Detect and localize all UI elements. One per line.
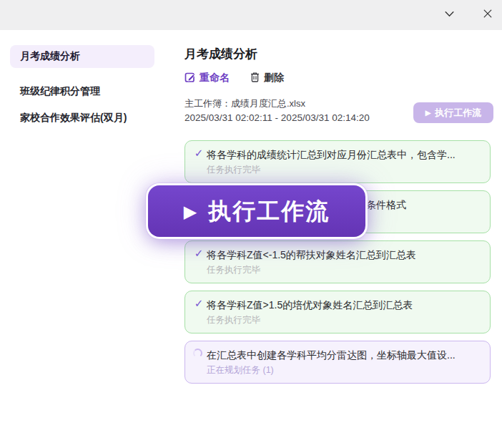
task-list: ✓ 将各学科的成绩统计汇总到对应月份汇总表中，包含学... 任务执行完毕 置条件… <box>184 140 491 391</box>
run-workflow-label: 执行工作流 <box>435 107 481 120</box>
sidebar-item-label: 班级纪律积分管理 <box>20 85 100 98</box>
task-card[interactable]: ✓ 将各学科Z值<-1.5的帮扶对象姓名汇总到汇总表 任务执行完毕 <box>184 240 491 283</box>
run-workflow-button[interactable]: ▶ 执行工作流 <box>413 102 493 123</box>
close-icon <box>482 8 493 22</box>
trash-icon <box>250 72 260 85</box>
task-title: 将各学科Z值>1.5的培优对象姓名汇总到汇总表 <box>207 298 481 312</box>
workbook-info: 主工作簿：成绩月度汇总.xlsx <box>184 97 305 110</box>
task-title: 将各学科的成绩统计汇总到对应月份汇总表中，包含学... <box>207 147 481 162</box>
task-status: 任务执行完毕 <box>207 313 481 326</box>
play-icon: ▶ <box>184 203 197 220</box>
task-card[interactable]: ✓ 将各学科Z值>1.5的培优对象姓名汇总到汇总表 任务执行完毕 <box>184 291 491 333</box>
delete-label: 删除 <box>264 72 284 84</box>
rename-label: 重命名 <box>200 72 230 84</box>
edit-square-icon <box>184 72 196 85</box>
task-card[interactable]: ✓ 将各学科的成绩统计汇总到对应月份汇总表中，包含学... 任务执行完毕 <box>184 140 491 183</box>
sidebar-item-label: 月考成绩分析 <box>20 50 80 63</box>
sidebar-item-home-school-evaluation[interactable]: 家校合作效果评估(双月) <box>10 107 154 130</box>
task-title: 将各学科Z值<-1.5的帮扶对象姓名汇总到汇总表 <box>207 248 481 262</box>
spinner-icon <box>193 348 205 359</box>
task-card[interactable]: 在汇总表中创建各学科平均分雷达图，坐标轴最大值设... 正在规划任务 (1) <box>184 341 491 384</box>
task-title: 在汇总表中创建各学科平均分雷达图，坐标轴最大值设... <box>207 348 481 362</box>
page-title: 月考成绩分析 <box>184 46 257 63</box>
sidebar-item-label: 家校合作效果评估(双月) <box>20 112 127 125</box>
delete-button[interactable]: 删除 <box>250 72 284 85</box>
sidebar-item-class-discipline-points[interactable]: 班级纪律积分管理 <box>10 80 154 103</box>
check-icon: ✓ <box>193 298 205 309</box>
sidebar-item-monthly-exam-analysis[interactable]: 月考成绩分析 <box>10 45 154 68</box>
task-status: 任务执行完毕 <box>207 263 481 276</box>
header-actions: 重命名 删除 <box>184 71 284 85</box>
task-status: 任务执行完毕 <box>207 163 481 176</box>
check-icon: ✓ <box>193 248 205 259</box>
chevron-down-icon <box>443 8 456 23</box>
check-icon: ✓ <box>193 147 205 159</box>
close-button[interactable] <box>481 9 494 21</box>
rename-button[interactable]: 重命名 <box>184 72 230 85</box>
run-workflow-button-magnified[interactable]: ▶ 执行工作流 <box>148 185 365 237</box>
titlebar <box>0 0 502 30</box>
play-icon: ▶ <box>425 109 431 117</box>
minimize-button[interactable] <box>443 9 456 21</box>
time-range: 2025/03/31 02:02:11 - 2025/03/31 02:14:2… <box>184 112 370 123</box>
task-status: 正在规划任务 (1) <box>207 364 481 376</box>
assistant-panel-window: 月考成绩分析 班级纪律积分管理 家校合作效果评估(双月) 月考成绩分析 重命名 <box>0 0 502 448</box>
run-workflow-label: 执行工作流 <box>208 200 330 223</box>
